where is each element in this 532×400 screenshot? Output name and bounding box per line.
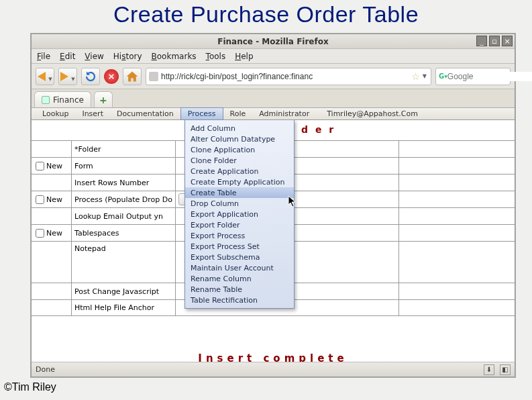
row-notepad-label: Notepad	[72, 242, 176, 283]
maximize-button[interactable]: ▫	[489, 36, 500, 46]
menu-edit[interactable]: Edit	[60, 52, 75, 61]
appmenu-documentation[interactable]: Documentation	[110, 108, 180, 119]
new-tab-button[interactable]: +	[94, 91, 113, 107]
menu-bookmarks[interactable]: Bookmarks	[152, 52, 197, 61]
dropdown-item-add-column[interactable]: Add Column	[185, 123, 294, 134]
url-favicon	[149, 72, 158, 81]
dropdown-item-create-table[interactable]: Create Table	[185, 187, 294, 198]
menu-view[interactable]: View	[85, 52, 103, 61]
plus-icon: +	[99, 95, 107, 105]
row-folder-chk	[32, 141, 72, 157]
row-process-chk: New	[32, 191, 72, 207]
appmenu-insert[interactable]: Insert	[75, 108, 110, 119]
cursor-icon	[288, 195, 299, 209]
menu-tools[interactable]: Tools	[206, 52, 226, 61]
browser-toolbar: ▼ ▼ × ☆ ▼ G▼ 🔍	[32, 64, 515, 89]
result-message: Insert complete	[32, 352, 515, 362]
appmenu-lookup[interactable]: Lookup	[36, 108, 75, 119]
stop-button[interactable]: ×	[104, 69, 119, 84]
row-insert-rows-label: Insert Rows Number	[72, 174, 176, 191]
appmenu-administrator[interactable]: Administrator	[252, 108, 316, 119]
browser-menubar: File Edit View History Bookmarks Tools H…	[32, 49, 515, 64]
url-dropdown-icon[interactable]: ▼	[421, 73, 428, 79]
slide-copyright: ©Tim Riley	[4, 381, 56, 393]
url-bar[interactable]: ☆ ▼	[146, 68, 431, 85]
row-notepad-chk	[32, 242, 72, 283]
dropdown-item-alter-column-datatype[interactable]: Alter Column Datatype	[185, 134, 294, 144]
dropdown-item-create-application[interactable]: Create Application	[185, 166, 294, 177]
dropdown-item-export-subschema[interactable]: Export Subschema	[185, 252, 294, 262]
menu-file[interactable]: File	[37, 52, 50, 61]
reload-icon	[85, 70, 97, 83]
search-input[interactable]	[447, 72, 532, 81]
dropdown-item-export-application[interactable]: Export Application	[185, 209, 294, 219]
tab-finance[interactable]: Finance	[34, 91, 91, 107]
window-titlebar: Finance - Mozilla Firefox _ ▫ ×	[32, 34, 515, 49]
home-icon	[125, 70, 139, 83]
row-lookup-email-label: Lookup Email Output yn	[72, 208, 176, 224]
appmenu-process[interactable]: Process	[180, 107, 223, 120]
search-engine-icon[interactable]: G▼	[439, 72, 447, 81]
tab-favicon	[42, 96, 50, 104]
row-html-help-chk	[32, 300, 72, 315]
row-html-help-label: Html Help File Anchor	[72, 300, 176, 315]
row-post-change-chk	[32, 283, 72, 299]
dropdown-item-export-process[interactable]: Export Process	[185, 230, 294, 241]
row-process-label: Process (Populate Drop Do	[72, 191, 176, 207]
process-dropdown-menu: Add ColumnAlter Column DatatypeClone App…	[184, 120, 295, 309]
home-button[interactable]	[123, 68, 142, 85]
download-icon[interactable]: ⬇	[484, 364, 494, 375]
dropdown-item-table-rectification[interactable]: Table Rectification	[185, 295, 294, 305]
status-icons: ⬇ ◧	[484, 364, 511, 375]
new-checkbox-3[interactable]	[36, 229, 44, 238]
minimize-button[interactable]: _	[476, 36, 487, 46]
dropdown-item-maintain-user-account[interactable]: Maintain User Account	[185, 262, 294, 273]
arrow-right-icon	[60, 72, 68, 81]
new-checkbox-1[interactable]	[36, 162, 44, 170]
tab-label: Finance	[53, 95, 84, 105]
row-form-label: Form	[72, 158, 176, 174]
dropdown-item-clone-application[interactable]: Clone Application	[185, 144, 294, 155]
browser-window: Finance - Mozilla Firefox _ ▫ × File Edi…	[31, 34, 515, 377]
new-checkbox-2[interactable]	[36, 195, 44, 204]
row-post-change-label: Post Change Javascript	[72, 283, 176, 299]
row-tablespaces-chk: New	[32, 225, 72, 241]
close-button[interactable]: ×	[502, 36, 513, 46]
window-buttons: _ ▫ ×	[476, 36, 513, 46]
status-misc-icon[interactable]: ◧	[500, 364, 511, 375]
dropdown-item-create-empty-application[interactable]: Create Empty Application	[185, 177, 294, 187]
slide-title: Create Purchase Order Table	[0, 0, 532, 28]
tab-strip: Finance +	[32, 89, 515, 108]
dropdown-item-export-folder[interactable]: Export Folder	[185, 219, 294, 230]
row-insert-rows-chk	[32, 174, 72, 191]
dropdown-item-drop-column[interactable]: Drop Column	[185, 198, 294, 209]
menu-help[interactable]: Help	[235, 52, 253, 61]
dropdown-item-export-process-set[interactable]: Export Process Set	[185, 241, 294, 252]
appmenu-role[interactable]: Role	[223, 108, 253, 119]
status-bar: Done ⬇ ◧	[32, 362, 515, 377]
search-bar[interactable]: G▼ 🔍	[435, 68, 511, 85]
page-content: d e r *Folder New Form Insert Rows Numbe…	[32, 120, 515, 362]
url-input[interactable]	[161, 72, 410, 81]
bookmark-star-icon[interactable]: ☆	[410, 71, 421, 82]
forward-button[interactable]: ▼	[58, 68, 77, 85]
row-tablespaces-label: Tablespaces	[72, 225, 176, 241]
menu-history[interactable]: History	[113, 52, 142, 61]
arrow-left-icon	[38, 72, 46, 81]
row-form-chk: New	[32, 158, 72, 174]
app-menubar: Lookup Insert Documentation Process Role…	[32, 108, 515, 120]
row-folder-label: *Folder	[72, 141, 176, 157]
appmenu-email: Timriley@Appahost.Com	[320, 108, 425, 119]
status-text: Done	[36, 365, 55, 374]
reload-button[interactable]	[81, 68, 100, 85]
dropdown-item-clone-folder[interactable]: Clone Folder	[185, 155, 294, 166]
back-button[interactable]: ▼	[36, 68, 54, 85]
window-title: Finance - Mozilla Firefox	[217, 37, 328, 46]
dropdown-item-rename-column[interactable]: Rename Column	[185, 273, 294, 284]
dropdown-item-rename-table[interactable]: Rename Table	[185, 284, 294, 295]
row-lookup-email-chk	[32, 208, 72, 224]
